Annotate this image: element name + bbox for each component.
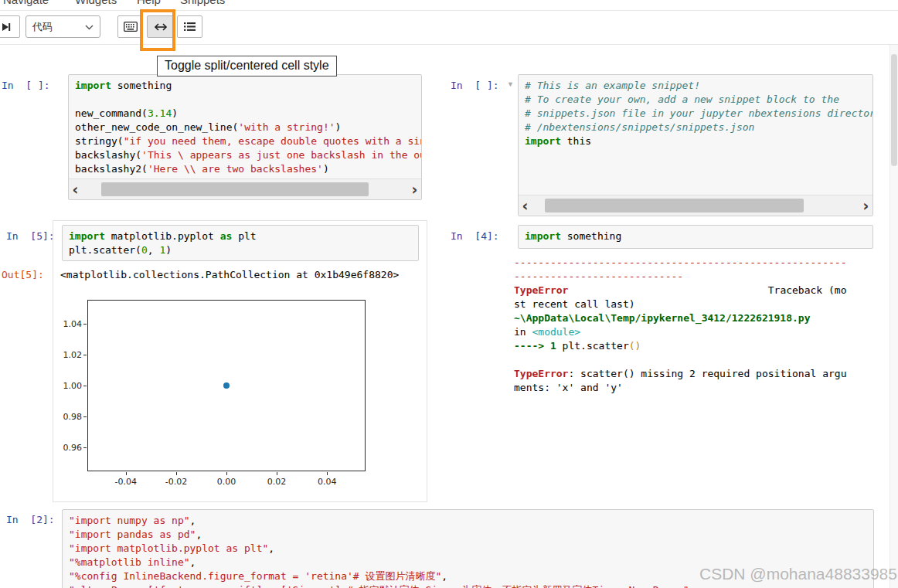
- xtickmark: [126, 472, 127, 475]
- menu-bar: Navigate Widgets Help Snippets: [0, 0, 898, 11]
- command-palette-button[interactable]: [117, 15, 143, 38]
- input-prompt: In [2]:: [6, 514, 55, 525]
- menu-item-snippets[interactable]: Snippets: [180, 0, 225, 6]
- xticklabel: 0.02: [267, 477, 287, 487]
- ytickmark: [83, 416, 87, 417]
- yticklabel: 0.98: [51, 412, 82, 422]
- input-prompt: In [ ]:: [451, 80, 499, 91]
- watermark: CSDN @mohana48833985: [699, 565, 897, 583]
- keyboard-icon: [124, 22, 138, 32]
- code-cell-input[interactable]: # This is an example snippet!# To create…: [518, 74, 873, 216]
- error-traceback: ----------------------------------------…: [514, 256, 871, 395]
- code-cell-input[interactable]: import something: [518, 225, 873, 249]
- matplotlib-figure: -0.04-0.020.000.020.040.960.981.001.021.…: [58, 290, 395, 500]
- plot-axes: -0.04-0.020.000.020.040.960.981.001.021.…: [87, 300, 366, 471]
- ytickmark: [83, 324, 87, 325]
- ytickmark: [83, 447, 87, 448]
- yticklabel: 1.02: [51, 350, 82, 360]
- code-editor[interactable]: import something: [519, 226, 872, 247]
- scrollbar-thumb[interactable]: [545, 199, 804, 212]
- left-right-arrow-icon: [154, 22, 168, 32]
- scroll-right-icon[interactable]: ›: [408, 180, 421, 199]
- xticklabel: 0.00: [217, 477, 236, 487]
- code-cell-input[interactable]: import something new_command(3.14)other_…: [68, 74, 422, 200]
- snippets-menu-button[interactable]: [177, 15, 202, 38]
- xtickmark: [277, 472, 277, 475]
- xtickmark: [226, 472, 227, 475]
- code-cell-input[interactable]: import matplotlib.pyplot as pltplt.scatt…: [62, 225, 419, 261]
- scroll-left-icon[interactable]: ‹: [519, 196, 532, 215]
- yticklabel: 1.04: [51, 319, 82, 329]
- cell-type-select[interactable]: 代码: [26, 15, 100, 38]
- output-value: <matplotlib.collections.PathCollection a…: [60, 269, 399, 280]
- input-prompt: In [4]:: [451, 230, 499, 242]
- menu-item-widgets[interactable]: Widgets: [75, 0, 117, 6]
- run-cell-button[interactable]: [0, 15, 20, 38]
- list-icon: [184, 22, 196, 32]
- output-prompt: Out[5]:: [2, 269, 44, 280]
- xticklabel: -0.04: [115, 477, 137, 487]
- ytickmark: [83, 386, 87, 386]
- jupyter-notebook-window: Navigate Widgets Help Snippets 代码: [0, 0, 898, 588]
- xticklabel: -0.02: [165, 477, 187, 487]
- scroll-right-icon[interactable]: ›: [859, 196, 872, 215]
- input-prompt: In [ ]:: [2, 80, 50, 91]
- scroll-left-icon[interactable]: ‹: [69, 180, 82, 199]
- horizontal-scrollbar[interactable]: ‹ ›: [69, 178, 421, 199]
- toggle-split-cell-button[interactable]: [147, 15, 174, 38]
- xtickmark: [176, 472, 177, 475]
- cell-type-value: 代码: [32, 20, 53, 34]
- menu-item-navigate[interactable]: Navigate: [3, 0, 49, 6]
- xticklabel: 0.04: [318, 477, 337, 487]
- code-editor[interactable]: import something new_command(3.14)other_…: [69, 75, 421, 180]
- input-prompt: In [5]:: [6, 230, 55, 242]
- tooltip: Toggle split/centered cell style: [157, 56, 337, 76]
- code-editor[interactable]: import matplotlib.pyplot as pltplt.scatt…: [63, 226, 418, 261]
- xtickmark: [327, 472, 328, 475]
- code-fold-arrow-icon[interactable]: ▼: [507, 80, 514, 88]
- menu-item-help[interactable]: Help: [137, 0, 161, 6]
- ytickmark: [83, 355, 87, 355]
- scrollbar-thumb[interactable]: [891, 54, 897, 166]
- pt: [223, 382, 230, 389]
- toolbar: 代码: [0, 11, 898, 45]
- chevron-down-icon: [85, 21, 94, 32]
- step-forward-icon: [0, 21, 12, 33]
- yticklabel: 0.96: [51, 443, 82, 453]
- scrollbar-thumb[interactable]: [101, 182, 369, 196]
- horizontal-scrollbar[interactable]: ‹ ›: [519, 195, 872, 216]
- yticklabel: 1.00: [51, 381, 82, 391]
- vertical-scrollbar[interactable]: [889, 45, 898, 588]
- code-editor[interactable]: # This is an example snippet!# To create…: [519, 75, 872, 152]
